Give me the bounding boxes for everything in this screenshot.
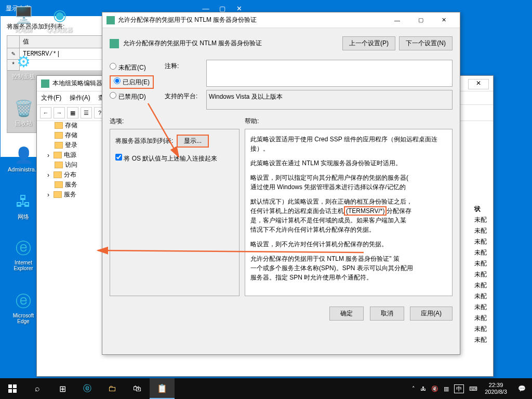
desktop-icon-recycle[interactable]: 🗑️ 回收站 — [8, 98, 39, 127]
svg-rect-3 — [13, 384, 17, 388]
folder-icon — [55, 142, 63, 149]
edge-taskbar[interactable]: ⓔ — [75, 378, 100, 399]
search-button[interactable]: ⌕ — [25, 378, 50, 399]
gpedit-close[interactable]: ✕ — [468, 79, 489, 89]
close-button[interactable]: ✕ — [231, 5, 247, 12]
help-panel[interactable]: 此策略设置适用于使用 Cred SSP 组件的应用程序（例如远程桌面连接）。 此… — [245, 129, 453, 296]
radio-disabled[interactable]: 已禁用(D) — [110, 90, 156, 103]
tb-up[interactable]: ▦ — [67, 107, 78, 118]
windows-logo-icon — [8, 384, 17, 393]
desktop-icon-edge[interactable]: ⓔ Microsoft Edge — [8, 291, 39, 324]
desktop-icon-ie[interactable]: ⓔ Internet Explorer — [8, 238, 39, 271]
folder-icon — [54, 171, 62, 178]
ie-icon: ⓔ — [13, 238, 34, 259]
folder-icon — [55, 162, 63, 168]
radio-enabled[interactable]: 已启用(E) — [110, 75, 154, 89]
explorer-taskbar[interactable]: 🗀 — [100, 378, 125, 399]
svg-rect-4 — [8, 389, 12, 393]
ime-indicator[interactable]: 中 — [454, 384, 464, 393]
show-button[interactable]: 显示... — [177, 135, 209, 148]
network-tray-icon[interactable]: 🖧 — [420, 385, 426, 392]
tb-back[interactable]: ← — [40, 107, 51, 118]
taskbar[interactable]: ⌕ ⊞ ⓔ 🗀 🛍 📋 ˄ 🖧 🔇 ▥ 中 ⌨ 22:39 2020/8/3 💬 — [0, 378, 532, 399]
comment-input[interactable] — [206, 60, 453, 87]
browser-icon: ◉ — [49, 4, 70, 25]
cancel-button[interactable]: 取消 — [370, 307, 404, 321]
platform-text: Windows Vista 及以上版本 — [206, 90, 453, 110]
options-panel: 将服务器添加到列表: 显示... 将 OS 默认值与上述输入连接起来 — [110, 129, 240, 296]
policy-dialog: 允许分配保存的凭据用于仅 NTLM 服务器身份验证 — ▢ ✕ 允许分配保存的凭… — [102, 12, 460, 355]
desktop-icon-thispc[interactable]: 🖥️ 此电脑 — [8, 4, 39, 34]
network-icon: 🖧 — [13, 191, 34, 212]
folder-icon — [55, 122, 63, 129]
edge-icon: ⓔ — [13, 291, 34, 312]
radio-unconfigured[interactable]: 未配置(C) — [110, 61, 156, 74]
volume-tray-icon[interactable]: 🔇 — [431, 385, 438, 392]
maximize-button[interactable]: ▢ — [215, 5, 230, 12]
start-button[interactable] — [0, 378, 25, 399]
link-checkbox[interactable]: 将 OS 默认值与上述输入连接起来 — [115, 154, 234, 163]
desktop-icon-qq[interactable]: ◉ QQ浏览器 — [44, 4, 75, 34]
desktop-icon-cpanel[interactable]: ⚙ 控制面板 — [8, 51, 39, 81]
ok-button[interactable]: 确定 — [329, 307, 364, 321]
control-panel-icon: ⚙ — [13, 51, 34, 72]
tb-view[interactable]: ☰ — [81, 107, 92, 118]
policy-app-icon — [107, 16, 115, 24]
termsrv-highlight: (TERMSRV/*) — [344, 206, 387, 216]
action-center-button[interactable]: 💬 — [511, 378, 532, 399]
menu-action[interactable]: 操作(A) — [70, 94, 90, 101]
folder-icon — [55, 181, 63, 188]
minimize-button[interactable]: — — [385, 12, 409, 28]
desktop-icon-admin[interactable]: 👤 Administra... — [8, 144, 39, 172]
tray-up-icon[interactable]: ˄ — [412, 385, 415, 392]
taskview-button[interactable]: ⊞ — [50, 378, 75, 399]
gpedit-list-right: 状 未配 未配 未配 未配 未配 未配 未配 未配 未配 未配 未配 未配 — [474, 204, 490, 345]
minimize-button[interactable]: — — [198, 5, 214, 12]
menu-file[interactable]: 文件(F) — [41, 94, 61, 101]
folder-icon — [54, 191, 62, 198]
monitor-tray-icon[interactable]: ▥ — [444, 385, 449, 392]
clock[interactable]: 22:39 2020/8/3 — [481, 382, 511, 395]
policy-titlebar[interactable]: 允许分配保存的凭据用于仅 NTLM 服务器身份验证 — ▢ ✕ — [102, 12, 460, 28]
gpedit-taskbar[interactable]: 📋 — [150, 378, 175, 399]
store-taskbar[interactable]: 🛍 — [125, 378, 150, 399]
platform-label: 支持的平台: — [165, 90, 206, 110]
help-label: 帮助: — [245, 117, 453, 126]
maximize-button[interactable]: ▢ — [409, 12, 432, 28]
keyboard-tray-icon[interactable]: ⌨ — [469, 385, 477, 392]
recycle-icon: 🗑️ — [13, 98, 34, 118]
system-tray[interactable]: ˄ 🖧 🔇 ▥ 中 ⌨ — [409, 384, 481, 393]
next-setting-button[interactable]: 下一个设置(N) — [399, 36, 453, 50]
svg-rect-5 — [13, 389, 17, 393]
row-header — [7, 36, 20, 48]
svg-rect-2 — [8, 384, 12, 388]
tb-fwd[interactable]: → — [54, 107, 65, 118]
policy-icon — [110, 39, 119, 48]
desktop-icon-network[interactable]: 🖧 网络 — [8, 191, 39, 221]
user-icon: 👤 — [13, 144, 34, 165]
folder-icon — [54, 152, 62, 158]
comment-label: 注释: — [165, 60, 206, 87]
folder-icon — [55, 132, 63, 139]
policy-header: 允许分配保存的凭据用于仅 NTLM 服务器身份验证 — [123, 39, 340, 48]
prev-setting-button[interactable]: 上一个设置(P) — [342, 36, 395, 50]
gpedit-app-icon — [41, 79, 49, 88]
monitor-icon: 🖥️ — [13, 4, 34, 25]
server-list-label: 将服务器添加到列表: — [115, 137, 173, 144]
close-button[interactable]: ✕ — [432, 12, 456, 28]
apply-button[interactable]: 应用(A) — [410, 307, 453, 321]
options-label: 选项: — [110, 117, 240, 126]
